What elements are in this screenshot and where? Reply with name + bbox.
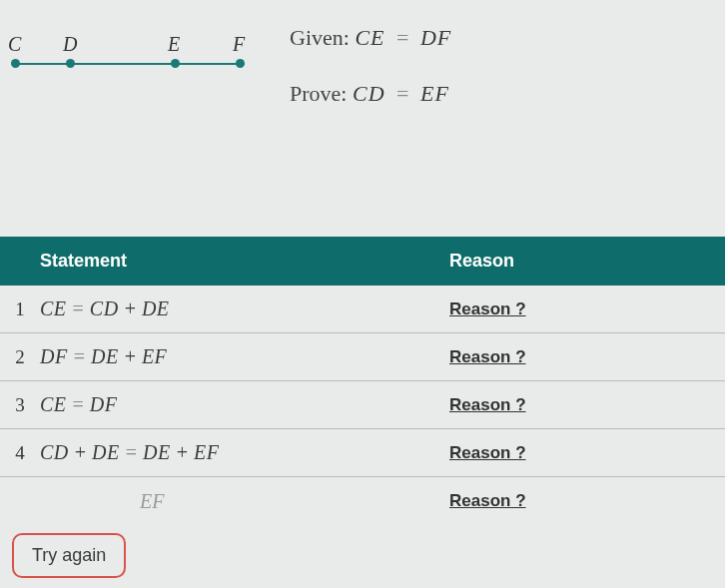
row-statement: CE=CD+DE [40, 288, 439, 330]
equals-sign: = [73, 393, 84, 415]
segment-diagram: CDEF [10, 25, 250, 85]
row-statement: DF=DE+EF [40, 335, 439, 378]
math-term: DF [90, 393, 118, 415]
given-rhs: DF [420, 25, 451, 50]
math-term: CD [90, 297, 119, 319]
math-term: DE [92, 441, 120, 463]
math-term: DE [143, 441, 171, 463]
reason-cell[interactable]: Reason ? [439, 337, 725, 377]
equals-sign: = [126, 441, 137, 463]
number-line [15, 63, 245, 65]
table-row: 2DF=DE+EFReason ? [0, 333, 725, 381]
point-label-d: D [63, 33, 77, 56]
equals-sign: = [396, 81, 408, 106]
plus-sign: + [75, 441, 86, 463]
math-term: DE [142, 297, 170, 319]
row-number: 3 [0, 394, 40, 416]
table-row: 1CE=CD+DEReason ? [0, 286, 725, 333]
given-label: Given: [290, 25, 350, 50]
prove-lhs: CD [353, 81, 385, 106]
math-term: CE [40, 297, 67, 319]
point-c [11, 59, 20, 68]
row-number: 1 [0, 298, 40, 320]
equals-sign: = [396, 25, 408, 50]
plus-sign: + [177, 441, 188, 463]
prove-label: Prove: [290, 81, 347, 106]
header-statement: Statement [0, 237, 439, 286]
point-label-c: C [8, 33, 21, 56]
math-term: DF [40, 345, 68, 367]
row-statement: CE=DF [40, 383, 439, 426]
header-reason: Reason [439, 237, 725, 286]
point-f [236, 59, 245, 68]
proof-table: Statement Reason 1CE=CD+DEReason ?2DF=DE… [0, 237, 725, 525]
try-again-button[interactable]: Try again [12, 533, 126, 578]
table-row: EF Reason ? [0, 477, 725, 525]
given-lhs: CE [355, 25, 384, 50]
table-header-row: Statement Reason [0, 237, 725, 286]
reason-cell[interactable]: Reason ? [439, 290, 725, 329]
reason-link[interactable]: Reason ? [449, 443, 526, 462]
plus-sign: + [125, 297, 136, 319]
point-d [66, 59, 75, 68]
equals-sign: = [74, 345, 85, 367]
math-term: DE [91, 345, 119, 367]
reason-cell[interactable]: Reason ? [439, 385, 725, 425]
reason-cell[interactable]: Reason ? [439, 481, 725, 521]
reason-link[interactable]: Reason ? [449, 347, 526, 366]
prove-rhs: EF [420, 81, 449, 106]
prove-statement: Prove: CD = EF [290, 81, 451, 107]
row-statement: CD+DE=DE+EF [40, 431, 439, 474]
reason-link[interactable]: Reason ? [449, 491, 526, 510]
math-term: EF [142, 345, 167, 367]
reason-link[interactable]: Reason ? [449, 395, 526, 414]
point-label-e: E [168, 33, 180, 56]
row-number: 4 [0, 442, 40, 464]
math-term: CE [40, 393, 67, 415]
given-statement: Given: CE = DF [290, 25, 451, 51]
math-term: CD [40, 441, 69, 463]
table-row: 3CE=DFReason ? [0, 381, 725, 429]
point-e [171, 59, 180, 68]
equals-sign: = [73, 297, 84, 319]
row-number: 2 [0, 346, 40, 368]
math-term: EF [194, 441, 219, 463]
point-label-f: F [233, 33, 245, 56]
reason-cell[interactable]: Reason ? [439, 433, 725, 473]
ghost-statement: EF [40, 480, 439, 523]
reason-link[interactable]: Reason ? [449, 299, 526, 318]
plus-sign: + [125, 345, 136, 367]
table-row: 4CD+DE=DE+EFReason ? [0, 429, 725, 477]
